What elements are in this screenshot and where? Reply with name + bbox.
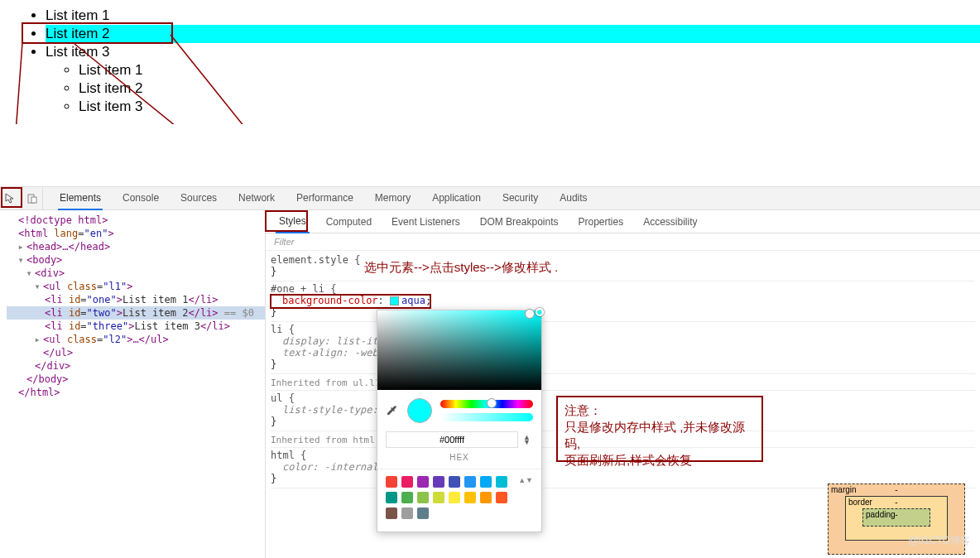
color-picker[interactable]: ▲▼ HEX ▲▼ xyxy=(377,310,542,532)
tab-network[interactable]: Network xyxy=(237,187,276,210)
palette-swatch[interactable] xyxy=(386,507,397,519)
tab-elements[interactable]: Elements xyxy=(58,187,103,210)
annotation-text: 选中元素-->点击styles-->修改样式 . xyxy=(364,260,558,276)
palette-swatch[interactable] xyxy=(496,492,507,503)
list-item: List item 3 xyxy=(79,98,980,116)
palette-swatch[interactable] xyxy=(449,476,460,488)
palette-swatch[interactable] xyxy=(401,476,413,488)
palette-swatch[interactable] xyxy=(480,492,492,503)
palette-swatch[interactable] xyxy=(417,476,429,488)
saturation-field[interactable] xyxy=(377,310,541,390)
dom-tree[interactable]: <!doctype html> <html lang="en"> ▸<head>… xyxy=(0,210,265,558)
list-item: List item 3 xyxy=(46,43,980,61)
hex-label: HEX xyxy=(377,453,541,469)
eyedropper-icon[interactable] xyxy=(386,404,399,417)
palette-swatch[interactable] xyxy=(480,476,492,488)
palette-swatch[interactable] xyxy=(449,492,460,503)
palette-swatch[interactable] xyxy=(496,476,507,488)
inspect-element-icon[interactable] xyxy=(0,188,22,209)
outer-list: List item 1 List item 2 List item 3 List… xyxy=(12,7,980,116)
palette-swatch[interactable] xyxy=(401,507,413,519)
devtools-toolbar: Elements Console Sources Network Perform… xyxy=(0,187,980,210)
list-item: List item 2 xyxy=(79,79,980,98)
hue-slider[interactable] xyxy=(440,400,533,408)
tab-console[interactable]: Console xyxy=(121,187,161,210)
subtab-event-listeners[interactable]: Event Listeners xyxy=(388,211,464,233)
devtools-tabs: Elements Console Sources Network Perform… xyxy=(43,187,589,210)
alpha-slider[interactable] xyxy=(440,413,533,421)
inner-list: List item 1 List item 2 List item 3 xyxy=(46,61,980,116)
tab-audits[interactable]: Audits xyxy=(558,187,588,210)
styles-subtabs: Styles Computed Event Listeners DOM Brea… xyxy=(266,210,980,233)
hex-input[interactable] xyxy=(386,431,518,448)
list-item-highlighted[interactable]: List item 2 xyxy=(46,25,980,43)
list-item: List item 1 xyxy=(79,61,980,79)
palette-expand-icon[interactable]: ▲▼ xyxy=(518,476,533,488)
subtab-accessibility[interactable]: Accessibility xyxy=(640,211,700,233)
palette-swatch[interactable] xyxy=(417,507,429,519)
palette-swatch[interactable] xyxy=(417,492,429,503)
palette-swatch[interactable] xyxy=(401,492,413,503)
subtab-dom-breakpoints[interactable]: DOM Breakpoints xyxy=(477,211,562,233)
tab-security[interactable]: Security xyxy=(501,187,540,210)
page-content: List item 1 List item 2 List item 3 List… xyxy=(0,0,980,116)
tab-performance[interactable]: Performance xyxy=(295,187,355,210)
palette-swatch[interactable] xyxy=(386,492,397,503)
color-swatch-icon[interactable] xyxy=(390,296,399,305)
palette-swatch[interactable] xyxy=(433,492,444,503)
annotation-text: 注意： 只是修改内存中样式 ,并未修改源码, 页面刷新后,样式会恢复 xyxy=(556,396,763,462)
filter-input[interactable]: Filter xyxy=(266,233,980,251)
tab-sources[interactable]: Sources xyxy=(179,187,219,210)
palette: ▲▼ xyxy=(377,469,541,532)
palette-swatch[interactable] xyxy=(386,476,397,488)
subtab-styles[interactable]: Styles xyxy=(276,210,310,233)
tab-application[interactable]: Application xyxy=(430,187,483,210)
format-toggle-icon[interactable]: ▲▼ xyxy=(523,435,533,445)
palette-swatch[interactable] xyxy=(464,492,476,503)
dom-selected-node[interactable]: <li id="two">List item 2</li> == $0 xyxy=(7,306,265,320)
palette-swatch[interactable] xyxy=(464,476,476,488)
subtab-properties[interactable]: Properties xyxy=(574,211,627,233)
tab-memory[interactable]: Memory xyxy=(373,187,412,210)
palette-swatch[interactable] xyxy=(433,476,444,488)
subtab-computed[interactable]: Computed xyxy=(323,211,375,233)
watermark: @51CTO博客 xyxy=(908,534,970,548)
current-color-icon xyxy=(407,398,432,423)
svg-rect-1 xyxy=(31,197,36,203)
device-toggle-icon[interactable] xyxy=(22,188,43,209)
list-item: List item 1 xyxy=(46,7,980,25)
